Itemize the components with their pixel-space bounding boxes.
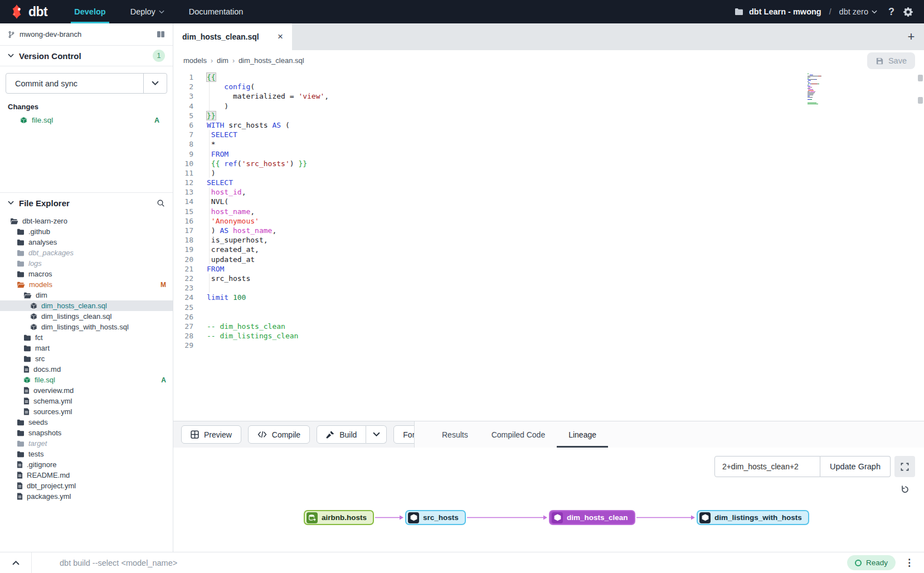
file-explorer-title: File Explorer [19,198,70,208]
tree-folder-analyses[interactable]: analyses [0,237,173,247]
nav-deploy[interactable]: Deploy [118,0,177,23]
save-button[interactable]: Save [867,52,915,69]
tree-folder-logs[interactable]: logs [0,258,173,269]
new-tab-icon[interactable]: + [898,23,924,50]
tree-folder-macros[interactable]: macros [0,269,173,279]
chevron-up-icon[interactable] [0,560,31,565]
tree-folder-dbt-packages[interactable]: dbt_packages [0,247,173,258]
lineage-node-dim-hosts-clean[interactable]: dim_hosts_clean [549,510,635,525]
file-icon [23,397,30,405]
line-number: 20 [173,255,193,264]
status-badge: Ready [847,555,896,570]
tree-file-packages-yml[interactable]: packages.yml [0,491,173,502]
line-number: 12 [173,178,193,187]
nav-develop[interactable]: Develop [62,0,118,23]
environment-selector[interactable]: dbt zero [839,7,877,16]
tree-file-file-sql[interactable]: file.sqlA [0,375,173,385]
minimap[interactable] [808,74,832,106]
file-icon [23,387,30,394]
folder-icon [23,345,31,352]
folder-icon [17,229,25,235]
tree-folder--github[interactable]: .github [0,226,173,237]
tree-folder-target[interactable]: target [0,438,173,449]
code-line: host_id, [207,187,924,197]
line-number: 5 [173,111,193,120]
version-control-title: Version Control [19,51,81,61]
commit-options-button[interactable] [143,74,167,93]
tree-file--gitignore[interactable]: .gitignore [0,459,173,470]
tree-folder-tests[interactable]: tests [0,449,173,459]
tree-folder-fct[interactable]: fct [0,332,173,343]
line-numbers: 1234567891011121314151617181920212223242… [173,71,193,421]
tree-folder-dbt-learn-zero[interactable]: dbt-learn-zero [0,216,173,226]
tree-file-schema-yml[interactable]: schema.yml [0,396,173,406]
search-icon[interactable] [157,199,165,207]
line-number: 25 [173,303,193,312]
tree-folder-src[interactable]: src [0,353,173,364]
tree-file-dim-listings-clean-sql[interactable]: dim_listings_clean.sql [0,311,173,322]
tab-results[interactable]: Results [430,421,480,448]
commit-and-sync-button[interactable]: Commit and sync [6,73,167,94]
code-line [207,341,924,350]
code-line [207,312,924,322]
breadcrumb-item[interactable]: dim [217,56,228,65]
branch-row[interactable]: mwong-dev-branch [0,23,173,46]
code-editor[interactable]: 1234567891011121314151617181920212223242… [173,71,924,421]
tab-compiled-code[interactable]: Compiled Code [480,421,557,448]
logo-text: dbt [28,4,47,20]
tree-folder-mart[interactable]: mart [0,343,173,353]
folder-icon [17,239,25,246]
breadcrumb-item[interactable]: models [183,56,207,65]
code-line: }} [207,111,924,120]
editor-scrollbar[interactable] [918,73,923,419]
build-button[interactable]: Build [317,425,366,444]
line-number: 2 [173,82,193,91]
breadcrumb-separator: › [211,57,213,65]
tree-file-dbt-project-yml[interactable]: dbt_project.yml [0,480,173,491]
line-number: 16 [173,216,193,226]
folder-icon [23,334,31,341]
account-project[interactable]: dbt Learn - mwong [749,7,821,16]
preview-button[interactable]: Preview [181,425,241,444]
tree-folder-dim[interactable]: dim [0,290,173,300]
lineage-panel: Update Graph airbnb.hostssrc_hostsdim_ho… [173,448,924,552]
tree-file-dim-listings-with-hosts-sql[interactable]: dim_listings_with_hosts.sql [0,322,173,332]
tree-file-dim-hosts-clean-sql[interactable]: dim_hosts_clean.sql [0,300,173,311]
tree-file-docs-md[interactable]: docs.md [0,364,173,375]
hammer-icon [326,430,334,439]
tab-dim-hosts-clean[interactable]: dim_hosts_clean.sql × [173,23,292,50]
gear-icon[interactable] [903,7,913,17]
file-explorer-header[interactable]: File Explorer [0,192,173,213]
tree-folder-models[interactable]: modelsM [0,279,173,290]
tab-lineage[interactable]: Lineage [557,421,608,448]
breadcrumb-item[interactable]: dim_hosts_clean.sql [239,56,304,65]
tree-file-overview-md[interactable]: overview.md [0,385,173,396]
tree-file-sources-yml[interactable]: sources.yml [0,406,173,417]
kebab-menu-icon[interactable]: ⋮ [904,557,914,569]
result-tabs: ResultsCompiled CodeLineage [415,421,924,448]
tree-file-readme-md[interactable]: README.md [0,470,173,480]
build-options-button[interactable] [366,425,387,444]
folder-open-icon [10,218,18,225]
code-line: is_superhost, [207,235,924,245]
tree-folder-seeds[interactable]: seeds [0,417,173,428]
dbt-logo[interactable]: dbt [0,4,62,20]
help-icon[interactable]: ? [888,6,894,18]
split-view-icon[interactable] [157,31,165,38]
status-ring-icon [855,560,862,566]
nav-documentation[interactable]: Documentation [177,0,256,23]
code-line: * [207,139,924,149]
compile-button[interactable]: Compile [248,425,310,444]
changed-file[interactable]: file.sqlA [6,114,167,126]
lineage-node-src-hosts[interactable]: src_hosts [405,510,466,525]
close-icon[interactable]: × [278,31,283,42]
version-control-header[interactable]: Version Control 1 [0,46,173,66]
file-icon [17,482,23,489]
tree-folder-snapshots[interactable]: snapshots [0,428,173,438]
command-input[interactable] [32,559,847,567]
lineage-graph: airbnb.hostssrc_hostsdim_hosts_cleandim_… [173,448,924,552]
file-icon [23,366,30,373]
lineage-node-dim-listings-with-hosts[interactable]: dim_listings_with_hosts [697,510,809,525]
lineage-node-airbnb-hosts[interactable]: airbnb.hosts [304,510,374,525]
line-number: 10 [173,159,193,168]
